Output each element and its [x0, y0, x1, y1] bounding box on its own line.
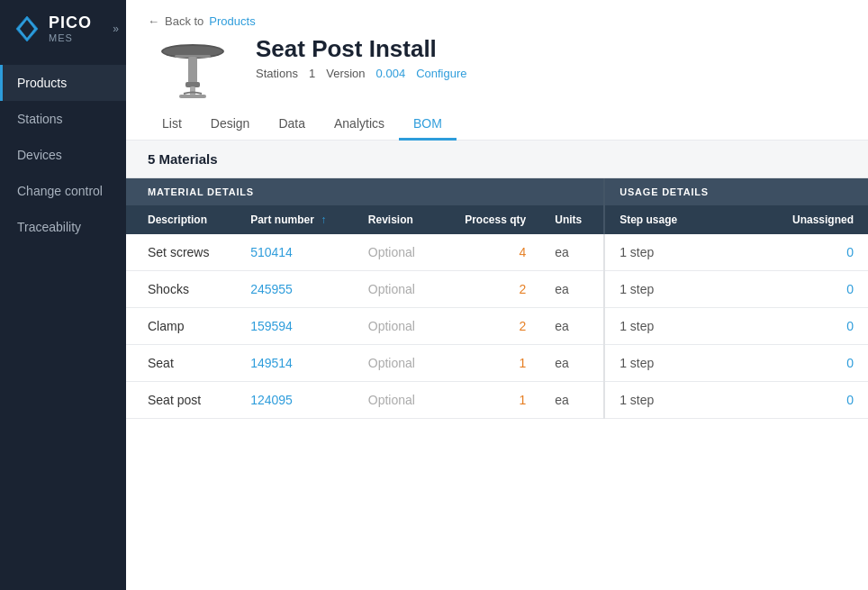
table-row: Set screws 510414 Optional 4 ea 1 step 0	[126, 234, 868, 271]
breadcrumb-text: Back to	[165, 14, 203, 28]
section-material-header: MATERIAL DETAILS	[148, 186, 254, 197]
cell-part-number: 159594	[236, 308, 354, 345]
col-unassigned: Unassigned	[734, 205, 868, 234]
sidebar-nav: Products Stations Devices Change control…	[0, 65, 126, 245]
stations-label: Stations	[256, 67, 298, 80]
breadcrumb-link[interactable]: Products	[209, 14, 255, 28]
product-meta: Stations 1 Version 0.004 Configure	[256, 67, 467, 80]
main-content: ← Back to Products	[126, 0, 868, 590]
cell-revision: Optional	[354, 308, 439, 345]
tab-bom[interactable]: BOM	[399, 109, 457, 141]
cell-description: Set screws	[126, 234, 236, 271]
product-tabs: List Design Data Analytics BOM	[148, 109, 846, 140]
cell-part-number: 245955	[236, 271, 354, 308]
sidebar-item-traceability[interactable]: Traceability	[0, 209, 126, 245]
cell-unassigned: 0	[734, 345, 868, 382]
logo-icon	[13, 14, 41, 43]
sidebar-toggle-icon[interactable]: »	[113, 23, 119, 35]
sidebar: PICO MES » Products Stations Devices Cha…	[0, 0, 126, 590]
sidebar-item-change-control[interactable]: Change control	[0, 173, 126, 209]
breadcrumb-arrow: ←	[148, 14, 159, 28]
table-row: Seat 149514 Optional 1 ea 1 step 0	[126, 345, 868, 382]
sidebar-item-devices-label: Devices	[17, 148, 62, 162]
logo-mes: MES	[49, 32, 92, 43]
cell-description: Clamp	[126, 308, 236, 345]
cell-unassigned: 0	[734, 234, 868, 271]
cell-process-qty: 1	[439, 382, 541, 419]
table-row: Clamp 159594 Optional 2 ea 1 step 0	[126, 308, 868, 345]
cell-units: ea	[540, 234, 604, 271]
cell-units: ea	[540, 271, 604, 308]
section-usage-header: USAGE DETAILS	[619, 186, 709, 197]
col-units: Units	[540, 205, 604, 234]
product-illustration	[148, 35, 238, 98]
logo: PICO MES »	[0, 0, 126, 58]
cell-revision: Optional	[354, 345, 439, 382]
table-row: Seat post 124095 Optional 1 ea 1 step 0	[126, 382, 868, 419]
stations-count: 1	[309, 67, 315, 80]
cell-part-number: 510414	[236, 234, 354, 271]
svg-rect-5	[188, 57, 197, 84]
col-description: Description	[126, 205, 236, 234]
cell-process-qty: 1	[439, 345, 541, 382]
col-revision: Revision	[354, 205, 439, 234]
cell-unassigned: 0	[734, 271, 868, 308]
cell-process-qty: 2	[439, 271, 541, 308]
tab-design[interactable]: Design	[196, 109, 265, 141]
tab-analytics[interactable]: Analytics	[320, 109, 399, 141]
version-label: Version	[326, 67, 365, 80]
cell-step-usage: 1 step	[604, 271, 734, 308]
cell-units: ea	[540, 382, 604, 419]
sidebar-item-devices[interactable]: Devices	[0, 137, 126, 173]
tab-data[interactable]: Data	[264, 109, 320, 141]
svg-rect-8	[179, 95, 206, 98]
col-part-number: Part number ↑	[236, 205, 354, 234]
breadcrumb: ← Back to Products	[148, 14, 846, 28]
cell-part-number: 124095	[236, 382, 354, 419]
col-process-qty: Process qty	[439, 205, 541, 234]
cell-revision: Optional	[354, 234, 439, 271]
bom-content: 5 Materials MATERIAL DETAILS USAGE DETAI…	[126, 141, 868, 590]
cell-revision: Optional	[354, 271, 439, 308]
cell-description: Seat post	[126, 382, 236, 419]
sidebar-item-change-control-label: Change control	[17, 184, 103, 198]
cell-process-qty: 2	[439, 308, 541, 345]
col-step-usage: Step usage	[604, 205, 734, 234]
sidebar-item-stations[interactable]: Stations	[0, 101, 126, 137]
sidebar-item-products-label: Products	[17, 76, 67, 90]
product-image	[148, 35, 238, 98]
cell-description: Seat	[126, 345, 236, 382]
cell-description: Shocks	[126, 271, 236, 308]
cell-process-qty: 4	[439, 234, 541, 271]
cell-units: ea	[540, 345, 604, 382]
cell-units: ea	[540, 308, 604, 345]
product-info: Seat Post Install Stations 1 Version 0.0…	[256, 35, 467, 80]
version-value[interactable]: 0.004	[376, 67, 406, 80]
cell-step-usage: 1 step	[604, 234, 734, 271]
sidebar-item-traceability-label: Traceability	[17, 220, 81, 234]
materials-count: 5 Materials	[126, 141, 868, 178]
page-header: ← Back to Products	[126, 0, 868, 141]
cell-step-usage: 1 step	[604, 382, 734, 419]
product-header: Seat Post Install Stations 1 Version 0.0…	[148, 35, 846, 98]
cell-step-usage: 1 step	[604, 308, 734, 345]
cell-revision: Optional	[354, 382, 439, 419]
cell-unassigned: 0	[734, 382, 868, 419]
product-title: Seat Post Install	[256, 35, 467, 63]
cell-part-number: 149514	[236, 345, 354, 382]
cell-step-usage: 1 step	[604, 345, 734, 382]
bom-table: MATERIAL DETAILS USAGE DETAILS Descripti…	[126, 178, 868, 419]
cell-unassigned: 0	[734, 308, 868, 345]
sort-icon[interactable]: ↑	[321, 213, 326, 226]
sidebar-item-products[interactable]: Products	[0, 65, 126, 101]
configure-link[interactable]: Configure	[416, 67, 466, 80]
table-row: Shocks 245955 Optional 2 ea 1 step 0	[126, 271, 868, 308]
tab-list[interactable]: List	[148, 109, 196, 141]
sidebar-item-stations-label: Stations	[17, 112, 63, 126]
logo-pico: PICO	[49, 14, 92, 32]
